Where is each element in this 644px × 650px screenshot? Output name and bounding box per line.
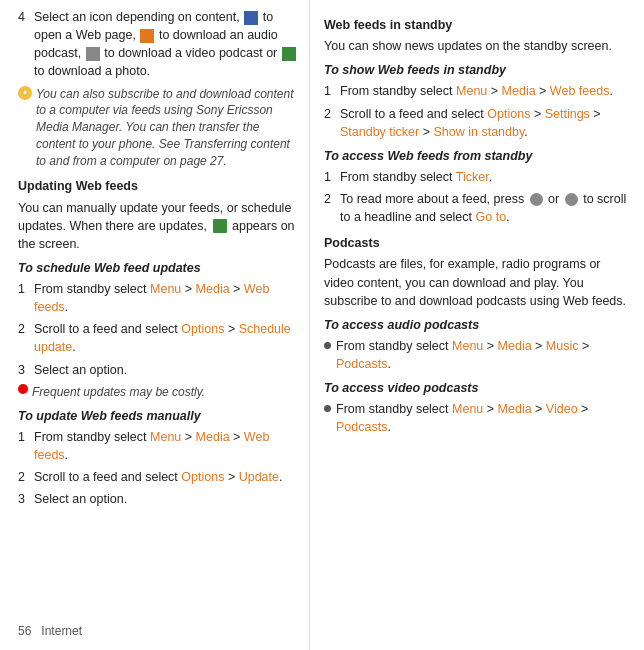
info-note: • You can also subscribe to and download… (18, 86, 297, 170)
show-num-1: 1 (324, 82, 340, 100)
bullet-dot-audio (324, 342, 331, 349)
warn-icon (18, 384, 28, 394)
manual-step-2: 2 Scroll to a feed and select Options > … (18, 468, 297, 486)
sched-num-2: 2 (18, 320, 34, 356)
sub-audio: To access audio podcasts (324, 316, 630, 334)
schedule-step-1: 1 From standby select Menu > Media > Web… (18, 280, 297, 316)
para-standby: You can show news updates on the standby… (324, 37, 630, 55)
man-step-3-text: Select an option. (34, 490, 297, 508)
man-step-1-text: From standby select Menu > Media > Web f… (34, 428, 297, 464)
show-step-1: 1 From standby select Menu > Media > Web… (324, 82, 630, 100)
warn-text: Frequent updates may be costly. (32, 384, 297, 401)
scroll-icon-1 (530, 193, 543, 206)
access-step-2: 2 To read more about a feed, press or to… (324, 190, 630, 226)
sched-step-3-text: Select an option. (34, 361, 297, 379)
para-update: You can manually update your feeds, or s… (18, 199, 297, 253)
manual-step-1: 1 From standby select Menu > Media > Web… (18, 428, 297, 464)
update-icon (213, 219, 227, 233)
scroll-icon-2 (565, 193, 578, 206)
sub-video: To access video podcasts (324, 379, 630, 397)
sub-access: To access Web feeds from standby (324, 147, 630, 165)
sched-num-1: 1 (18, 280, 34, 316)
heading-standby: Web feeds in standby (324, 16, 630, 34)
show-step-2-text: Scroll to a feed and select Options > Se… (340, 105, 630, 141)
photo-icon (282, 47, 296, 61)
step-num-4: 4 (18, 8, 34, 81)
manual-step-3: 3 Select an option. (18, 490, 297, 508)
left-column: 4 Select an icon depending on content, t… (0, 0, 310, 650)
warning-note: Frequent updates may be costly. (18, 384, 297, 401)
access-step-1-text: From standby select Ticker. (340, 168, 630, 186)
audio-podcast-text: From standby select Menu > Media > Music… (336, 337, 630, 373)
show-num-2: 2 (324, 105, 340, 141)
access-step-2-text: To read more about a feed, press or to s… (340, 190, 630, 226)
schedule-step-3: 3 Select an option. (18, 361, 297, 379)
show-step-1-text: From standby select Menu > Media > Web f… (340, 82, 630, 100)
sched-step-1-text: From standby select Menu > Media > Web f… (34, 280, 297, 316)
sub-show: To show Web feeds in standby (324, 61, 630, 79)
para-podcasts: Podcasts are files, for example, radio p… (324, 255, 630, 309)
step-4-text: Select an icon depending on content, to … (34, 8, 297, 81)
man-num-1: 1 (18, 428, 34, 464)
info-note-text: You can also subscribe to and download c… (36, 86, 297, 170)
video-icon (86, 47, 100, 61)
footer-section-label: Internet (41, 623, 82, 640)
info-icon: • (18, 86, 32, 100)
man-num-3: 3 (18, 490, 34, 508)
sub-manual: To update Web feeds manually (18, 407, 297, 425)
sched-num-3: 3 (18, 361, 34, 379)
video-podcast-text: From standby select Menu > Media > Video… (336, 400, 630, 436)
schedule-step-2: 2 Scroll to a feed and select Options > … (18, 320, 297, 356)
audio-bullet-item: From standby select Menu > Media > Music… (324, 337, 630, 373)
video-bullet-item: From standby select Menu > Media > Video… (324, 400, 630, 436)
bullet-dot-video (324, 405, 331, 412)
sub-schedule: To schedule Web feed updates (18, 259, 297, 277)
step-4: 4 Select an icon depending on content, t… (18, 8, 297, 81)
web-icon (244, 11, 258, 25)
audio-icon (140, 29, 154, 43)
access-num-2: 2 (324, 190, 340, 226)
access-num-1: 1 (324, 168, 340, 186)
access-step-1: 1 From standby select Ticker. (324, 168, 630, 186)
page-number: 56 (18, 623, 31, 640)
heading-podcasts: Podcasts (324, 234, 630, 252)
right-column: Web feeds in standby You can show news u… (310, 0, 644, 650)
man-num-2: 2 (18, 468, 34, 486)
heading-update: Updating Web feeds (18, 177, 297, 195)
show-step-2: 2 Scroll to a feed and select Options > … (324, 105, 630, 141)
sched-step-2-text: Scroll to a feed and select Options > Sc… (34, 320, 297, 356)
page: 4 Select an icon depending on content, t… (0, 0, 644, 650)
man-step-2-text: Scroll to a feed and select Options > Up… (34, 468, 297, 486)
